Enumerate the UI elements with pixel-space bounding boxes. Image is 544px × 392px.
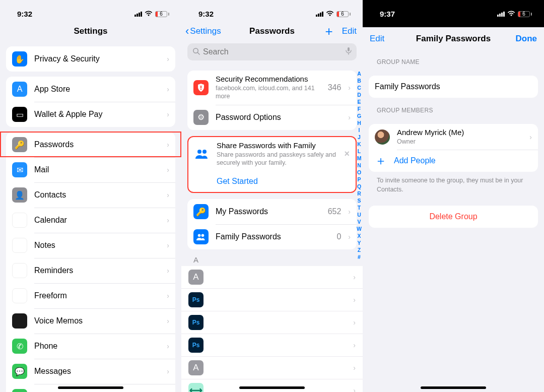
- index-letter[interactable]: P: [358, 176, 361, 182]
- index-letter[interactable]: B: [357, 78, 361, 84]
- screen-passwords: 9:32 6 ‹ Settings Passwords + Edit: [181, 0, 363, 392]
- index-letter[interactable]: A: [357, 71, 361, 77]
- settings-row-notes[interactable]: Notes›: [6, 233, 175, 258]
- sec-rec-count: 346: [328, 83, 342, 92]
- home-indicator[interactable]: [58, 386, 123, 389]
- index-letter[interactable]: Z: [358, 247, 361, 253]
- settings-row-wallet-apple-pay[interactable]: ▭Wallet & Apple Pay›: [6, 102, 175, 127]
- index-letter[interactable]: O: [357, 169, 361, 175]
- index-letter[interactable]: Q: [357, 183, 361, 189]
- settings-row-voice-memos[interactable]: Voice Memos›: [6, 308, 175, 334]
- index-letter[interactable]: M: [357, 155, 362, 161]
- list-item[interactable]: A›: [181, 266, 363, 289]
- member-row[interactable]: Andrew Myrick (Me) Owner ›: [369, 124, 538, 150]
- password-options-row[interactable]: ⚙ Password Options ›: [187, 105, 357, 130]
- my-passwords-row[interactable]: 🔑 My Passwords 652 ›: [187, 199, 357, 224]
- chevron-right-icon: ›: [353, 386, 356, 392]
- delete-label: Delete Group: [429, 212, 477, 221]
- home-indicator[interactable]: [239, 386, 305, 389]
- index-letter[interactable]: C: [357, 85, 361, 91]
- index-letter[interactable]: K: [357, 141, 361, 147]
- row-label: Wallet & Apple Pay: [34, 110, 160, 119]
- site-icon: Ps: [188, 338, 203, 353]
- settings-row-reminders[interactable]: Reminders›: [6, 258, 175, 283]
- settings-row-contacts[interactable]: 👤Contacts›: [6, 182, 175, 208]
- battery-icon: 6: [518, 11, 532, 17]
- index-letter[interactable]: U: [357, 212, 361, 218]
- index-letter[interactable]: Y: [358, 240, 361, 246]
- index-letter[interactable]: #: [358, 254, 361, 260]
- chevron-right-icon: ›: [353, 296, 356, 304]
- settings-row-calendar[interactable]: Calendar›: [6, 208, 175, 233]
- add-people-button[interactable]: ＋ Add People: [369, 150, 538, 172]
- status-bar: 9:32 6: [181, 0, 363, 20]
- index-letter[interactable]: G: [357, 113, 361, 119]
- appstore-icon: A: [12, 82, 27, 97]
- list-item[interactable]: ⟷›: [181, 379, 363, 392]
- settings-row-passwords[interactable]: 🔑Passwords›: [6, 132, 175, 157]
- share-family-row[interactable]: Share Passwords with Family Share passwo…: [188, 137, 356, 171]
- settings-row-freeform[interactable]: Freeform›: [6, 283, 175, 308]
- index-letter[interactable]: J: [358, 134, 361, 140]
- edit-button[interactable]: Edit: [342, 26, 357, 36]
- index-letter[interactable]: H: [357, 120, 361, 126]
- index-letter[interactable]: R: [357, 190, 361, 197]
- cellular-icon: [316, 12, 323, 17]
- wifi-icon: [507, 10, 515, 18]
- index-letter[interactable]: E: [358, 99, 361, 105]
- index-letter[interactable]: V: [358, 219, 361, 225]
- index-letter[interactable]: T: [358, 205, 361, 211]
- list-item[interactable]: Ps›: [181, 334, 363, 357]
- settings-group: ✋Privacy & Security›: [6, 46, 175, 72]
- list-item[interactable]: Ps›: [181, 289, 363, 311]
- screen-family-passwords: 9:37 6 Edit Family Passwords Done GROUP …: [363, 0, 544, 392]
- security-recommendations-row[interactable]: Security Recommendations facebook.com, i…: [187, 71, 357, 105]
- chevron-right-icon: ›: [353, 318, 356, 326]
- index-letter[interactable]: L: [358, 148, 361, 154]
- settings-row-app-store[interactable]: AApp Store›: [6, 77, 175, 102]
- group-name-input[interactable]: Family Passwords: [369, 76, 538, 98]
- members-group: Andrew Myrick (Me) Owner › ＋ Add People: [369, 124, 538, 172]
- key-icon: 🔑: [193, 204, 209, 219]
- svg-rect-3: [200, 86, 201, 88]
- back-button[interactable]: ‹ Settings: [185, 26, 221, 37]
- index-letter[interactable]: D: [357, 92, 361, 98]
- settings-scroll[interactable]: ✋Privacy & Security›AApp Store›▭Wallet &…: [0, 42, 181, 392]
- index-letter[interactable]: S: [358, 198, 361, 204]
- row-label: Phone: [34, 342, 160, 351]
- settings-row-mail[interactable]: ✉Mail›: [6, 157, 175, 182]
- alphabet-index[interactable]: ABCDEFGHIJKLMNOPQRSTUVWXYZ#: [357, 71, 362, 260]
- edit-button[interactable]: Edit: [370, 34, 384, 44]
- settings-row-privacy-security[interactable]: ✋Privacy & Security›: [6, 46, 175, 72]
- delete-group-button[interactable]: Delete Group: [369, 206, 538, 228]
- close-icon[interactable]: ×: [344, 149, 350, 159]
- mic-icon[interactable]: [346, 47, 352, 57]
- row-label: Passwords: [34, 140, 160, 149]
- index-letter[interactable]: N: [357, 162, 361, 168]
- index-letter[interactable]: I: [359, 127, 360, 133]
- battery-icon: 6: [155, 11, 169, 17]
- index-letter[interactable]: W: [357, 226, 362, 232]
- settings-row-phone[interactable]: ✆Phone›: [6, 334, 175, 359]
- list-item[interactable]: Ps›: [181, 311, 363, 334]
- page-title: Settings: [74, 26, 107, 36]
- share-title: Share Passwords with Family: [217, 141, 337, 150]
- fam-pw-label: Family Passwords: [216, 232, 329, 241]
- index-letter[interactable]: F: [358, 106, 361, 112]
- add-button[interactable]: +: [325, 25, 333, 38]
- get-started-button[interactable]: Get Started: [188, 171, 356, 192]
- home-indicator[interactable]: [421, 386, 486, 389]
- settings-row-messages[interactable]: 💬Messages›: [6, 359, 175, 384]
- search-input[interactable]: [203, 47, 343, 56]
- passwords-scroll[interactable]: Security Recommendations facebook.com, i…: [181, 63, 363, 392]
- index-letter[interactable]: X: [358, 233, 361, 239]
- group-name-header: GROUP NAME: [363, 49, 544, 69]
- group-name-cell: Family Passwords: [369, 76, 538, 98]
- status-time: 9:37: [380, 10, 395, 18]
- done-button[interactable]: Done: [516, 34, 537, 44]
- row-label: Messages: [34, 367, 160, 376]
- search-field[interactable]: [187, 43, 357, 60]
- family-passwords-row[interactable]: Family Passwords 0 ›: [187, 224, 357, 249]
- list-item[interactable]: A›: [181, 357, 363, 379]
- delete-group-cell: Delete Group: [369, 206, 538, 228]
